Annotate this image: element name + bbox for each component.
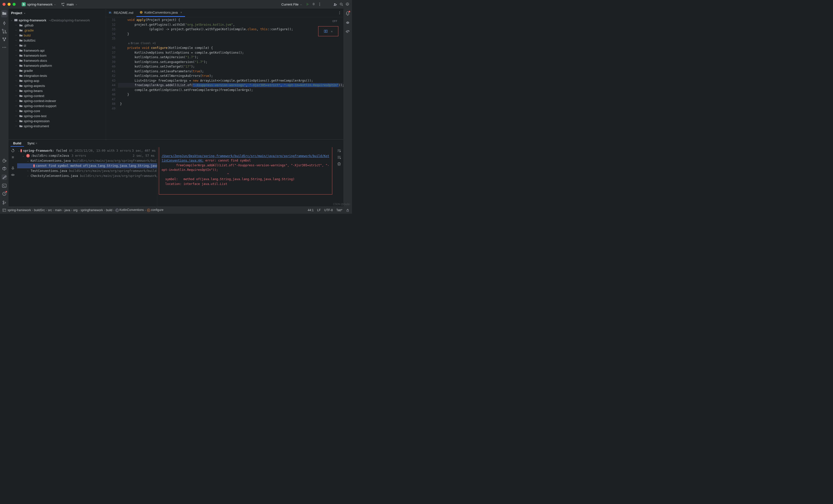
more-tools-icon[interactable] xyxy=(2,45,6,50)
tree-item[interactable]: › spring-expression xyxy=(8,119,105,124)
build-tab[interactable]: Build xyxy=(10,141,24,147)
pin-icon[interactable] xyxy=(11,166,15,170)
expand-arrow-icon[interactable]: › xyxy=(16,90,18,92)
build-error-row[interactable]: ! cannot find symbol method of(java.lang… xyxy=(17,163,157,168)
commit-icon[interactable] xyxy=(2,21,6,25)
expand-arrow-icon[interactable]: › xyxy=(16,29,18,31)
build-file-row[interactable]: › CheckstyleConventions.java buildSrc/sr… xyxy=(17,173,157,178)
terminal-icon[interactable] xyxy=(2,183,6,188)
close-icon[interactable]: × xyxy=(331,29,333,33)
breadcrumb-item[interactable]: org xyxy=(73,208,77,212)
settings-gear-icon[interactable] xyxy=(346,2,350,6)
tree-root[interactable]: ⌄ spring-framework ~/Desktop/spring-fram… xyxy=(8,18,105,23)
run-icon[interactable] xyxy=(306,2,310,6)
expand-arrow-icon[interactable]: › xyxy=(16,115,18,117)
tree-item[interactable]: › spring-core-test xyxy=(8,114,105,119)
tree-item[interactable]: › gradle xyxy=(8,68,105,73)
expand-arrow-icon[interactable]: › xyxy=(16,79,18,82)
project-selector[interactable]: S spring-framework ⌄ xyxy=(20,2,57,7)
tree-item[interactable]: › spring-beans xyxy=(8,88,105,93)
vcs-branch[interactable]: main ⌄ xyxy=(60,2,79,7)
expand-arrow-icon[interactable]: › xyxy=(16,49,18,52)
reader-mode-icon[interactable] xyxy=(324,29,328,33)
tree-item[interactable]: › ci xyxy=(8,43,105,48)
expand-arrow-icon[interactable]: › xyxy=(16,69,18,72)
search-icon[interactable] xyxy=(339,2,343,6)
rerun-icon[interactable] xyxy=(11,149,15,153)
file-encoding[interactable]: UTF-8 xyxy=(324,208,333,212)
build-file-row[interactable]: ⌄ KotlinConventions.java buildSrc/src/ma… xyxy=(17,158,157,163)
minimize-window-icon[interactable] xyxy=(7,3,10,6)
close-tab-icon[interactable]: × xyxy=(180,10,182,15)
tree-item[interactable]: › framework-api xyxy=(8,48,105,53)
editor-tab[interactable]: JKotlinConventions.java× xyxy=(136,8,185,17)
scroll-to-end-icon[interactable] xyxy=(337,155,341,159)
sync-tab[interactable]: Sync × xyxy=(25,141,40,147)
tree-item[interactable]: › framework-docs xyxy=(8,58,105,63)
expand-arrow-icon[interactable]: › xyxy=(16,95,18,97)
expand-arrow-icon[interactable]: › xyxy=(16,110,18,112)
expand-arrow-icon[interactable]: › xyxy=(16,54,18,57)
tree-item[interactable]: › .gradle xyxy=(8,28,105,33)
expand-arrow-icon[interactable]: › xyxy=(16,100,18,102)
services-icon[interactable] xyxy=(2,166,6,171)
close-icon[interactable]: × xyxy=(35,142,37,145)
build-output[interactable]: /Users/ZengJun/Desktop/spring-framework/… xyxy=(157,147,335,206)
expand-arrow-icon[interactable]: ⌄ xyxy=(10,19,13,21)
breadcrumb-item[interactable]: java xyxy=(65,208,70,212)
debug-icon[interactable] xyxy=(312,2,316,6)
tree-item[interactable]: › spring-context-indexer xyxy=(8,98,105,103)
close-window-icon[interactable] xyxy=(2,3,5,6)
build-task-row[interactable]: ⌄ ! :buildSrc:compileJava 3 errors 2 sec… xyxy=(17,153,157,158)
tree-item[interactable]: › build xyxy=(8,33,105,38)
expand-arrow-icon[interactable]: › xyxy=(16,34,18,36)
caret-position[interactable]: 44:1 xyxy=(308,208,314,212)
tab-more-icon[interactable] xyxy=(338,11,341,15)
code-area[interactable]: OFF × 3132333435 36373839404142434445464… xyxy=(106,17,343,140)
tree-item[interactable]: › framework-bom xyxy=(8,53,105,58)
tree-item[interactable]: › spring-context xyxy=(8,93,105,98)
tool-windows-icon[interactable] xyxy=(2,208,6,212)
tree-item[interactable]: › spring-instrument xyxy=(8,124,105,128)
code-with-me-icon[interactable] xyxy=(333,2,337,6)
run-config-selector[interactable]: Current File ⌄ xyxy=(280,2,304,7)
project-panel-header[interactable]: Project ⌄ xyxy=(8,8,105,17)
tree-item[interactable]: › buildSrc xyxy=(8,38,105,43)
tree-item[interactable]: › spring-context-support xyxy=(8,103,105,108)
breadcrumb-item[interactable]: buildSrc xyxy=(34,208,45,212)
tree-item[interactable]: › framework-platform xyxy=(8,63,105,68)
more-icon[interactable] xyxy=(318,2,322,6)
notifications-icon[interactable] xyxy=(346,11,350,16)
project-tool-button[interactable] xyxy=(1,10,7,17)
tree-item[interactable]: › spring-aop xyxy=(8,78,105,83)
line-separator[interactable]: LF xyxy=(317,208,321,212)
expand-arrow-icon[interactable]: › xyxy=(16,105,18,107)
breadcrumb-item[interactable]: spring-framework xyxy=(7,208,31,212)
stop-icon[interactable] xyxy=(11,155,15,159)
tree-item[interactable]: › .github xyxy=(8,23,105,28)
breadcrumb-method[interactable]: m configure xyxy=(147,208,164,212)
breadcrumb-item[interactable]: springframework xyxy=(80,208,103,212)
breadcrumb-item[interactable]: src xyxy=(48,208,52,212)
pull-requests-icon[interactable] xyxy=(2,29,6,33)
indent-info[interactable]: Tab* xyxy=(336,208,342,212)
build-file-row[interactable]: › TestConventions.java buildSrc/src/main… xyxy=(17,168,157,173)
breadcrumb-item[interactable]: build xyxy=(106,208,112,212)
expand-arrow-icon[interactable]: › xyxy=(16,84,18,87)
readonly-lock-icon[interactable] xyxy=(346,208,350,212)
ai-assistant-icon[interactable] xyxy=(346,20,350,25)
view-icon[interactable] xyxy=(11,173,15,177)
expand-arrow-icon[interactable]: › xyxy=(16,125,18,127)
editor-tab[interactable]: M↓README.md xyxy=(106,8,136,17)
code-content[interactable]: void apply(Project project) { project.ge… xyxy=(118,17,343,140)
build-tree[interactable]: ⌄ ! spring-framework: failed At 2023/12/… xyxy=(17,147,157,206)
build-tool-icon[interactable] xyxy=(1,174,7,180)
expand-arrow-icon[interactable]: › xyxy=(16,44,18,47)
expand-arrow-icon[interactable]: › xyxy=(16,74,18,77)
breadcrumbs[interactable]: spring-framework › buildSrc › src › main… xyxy=(7,208,163,212)
expand-arrow-icon[interactable]: › xyxy=(16,59,18,62)
breadcrumb-item[interactable]: main xyxy=(55,208,62,212)
tree-item[interactable]: › spring-core xyxy=(8,108,105,114)
coffee-icon[interactable] xyxy=(2,158,6,163)
breadcrumb-class[interactable]: C KotlinConventions xyxy=(116,208,144,212)
